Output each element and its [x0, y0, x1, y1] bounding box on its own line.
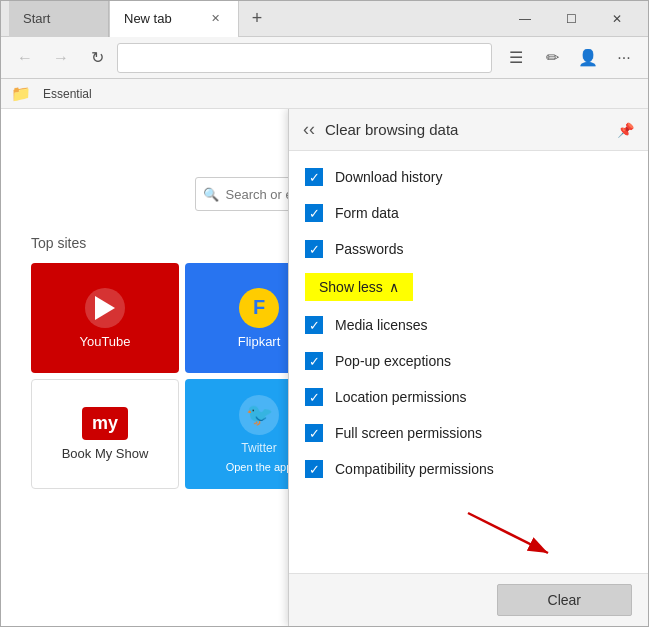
checkbox-popup-exceptions-box[interactable]: ✓ — [305, 352, 323, 370]
checkbox-form-data[interactable]: ✓ Form data — [289, 195, 648, 231]
hamburger-menu-icon[interactable]: ☰ — [500, 42, 532, 74]
checkbox-location-permissions-box[interactable]: ✓ — [305, 388, 323, 406]
back-button[interactable]: ← — [9, 42, 41, 74]
clear-browsing-data-panel: ‹‹ Clear browsing data 📌 ✓ Download hist… — [288, 109, 648, 626]
youtube-play-icon — [95, 296, 115, 320]
tab-start-label: Start — [23, 11, 50, 26]
panel-footer: Clear — [289, 573, 648, 626]
checkmark-icon: ✓ — [309, 171, 320, 184]
close-button[interactable]: ✕ — [594, 1, 640, 37]
panel-body: ✓ Download history ✓ Form data ✓ Passwor… — [289, 151, 648, 573]
folder-icon: 📁 — [11, 84, 31, 103]
checkbox-download-history-box[interactable]: ✓ — [305, 168, 323, 186]
flipkart-label: Flipkart — [238, 334, 281, 349]
youtube-label: YouTube — [79, 334, 130, 349]
browser-window: Start New tab ✕ + — ☐ ✕ ← → ↻ ☰ ✏ 👤 ··· … — [0, 0, 649, 627]
clear-button[interactable]: Clear — [497, 584, 632, 616]
favorites-bar: 📁 Essential — [1, 79, 648, 109]
panel-title: Clear browsing data — [325, 121, 617, 138]
panel-back-button[interactable]: ‹‹ — [303, 119, 315, 140]
checkbox-media-licenses-box[interactable]: ✓ — [305, 316, 323, 334]
checkbox-compatibility-permissions-label: Compatibility permissions — [335, 461, 494, 477]
favorites-folder-essential[interactable]: Essential — [37, 85, 98, 103]
checkbox-popup-exceptions[interactable]: ✓ Pop-up exceptions — [289, 343, 648, 379]
forward-button[interactable]: → — [45, 42, 77, 74]
title-bar: Start New tab ✕ + — ☐ ✕ — [1, 1, 648, 37]
more-options-icon[interactable]: ··· — [608, 42, 640, 74]
checkbox-popup-exceptions-label: Pop-up exceptions — [335, 353, 451, 369]
checkbox-fullscreen-permissions[interactable]: ✓ Full screen permissions — [289, 415, 648, 451]
twitter-bird-icon: 🐦 — [246, 402, 273, 428]
tab-active-label: New tab — [124, 11, 172, 26]
new-tab-button[interactable]: + — [239, 1, 275, 37]
checkmark-icon: ✓ — [309, 391, 320, 404]
checkbox-passwords-label: Passwords — [335, 241, 403, 257]
site-tile-youtube[interactable]: YouTube — [31, 263, 179, 373]
twitter-subtitle: Twitter — [241, 441, 276, 455]
annotation-icon[interactable]: ✏ — [536, 42, 568, 74]
checkbox-passwords-box[interactable]: ✓ — [305, 240, 323, 258]
checkmark-icon: ✓ — [309, 355, 320, 368]
checkbox-download-history[interactable]: ✓ Download history — [289, 159, 648, 195]
checkmark-icon: ✓ — [309, 207, 320, 220]
panel-pin-button[interactable]: 📌 — [617, 122, 634, 138]
checkbox-media-licenses[interactable]: ✓ Media licenses — [289, 307, 648, 343]
checkmark-icon: ✓ — [309, 463, 320, 476]
panel-header: ‹‹ Clear browsing data 📌 — [289, 109, 648, 151]
checkbox-location-permissions[interactable]: ✓ Location permissions — [289, 379, 648, 415]
checkbox-download-history-label: Download history — [335, 169, 442, 185]
checkbox-form-data-label: Form data — [335, 205, 399, 221]
nav-icons: ☰ ✏ 👤 ··· — [500, 42, 640, 74]
checkbox-media-licenses-label: Media licenses — [335, 317, 428, 333]
checkbox-passwords[interactable]: ✓ Passwords — [289, 231, 648, 267]
checkbox-location-permissions-label: Location permissions — [335, 389, 467, 405]
checkmark-icon: ✓ — [309, 319, 320, 332]
content-area: Whe 🔍 Top sites YouTube — [1, 109, 648, 626]
bookmyshow-label: Book My Show — [62, 446, 149, 461]
checkbox-compatibility-permissions-box[interactable]: ✓ — [305, 460, 323, 478]
flipkart-icon: F — [253, 296, 265, 319]
show-less-label: Show less — [319, 279, 383, 295]
tab-start[interactable]: Start — [9, 1, 109, 37]
show-less-chevron-icon: ∧ — [389, 279, 399, 295]
maximize-button[interactable]: ☐ — [548, 1, 594, 37]
twitter-label: Open the app — [226, 461, 293, 473]
bookmyshow-icon: my — [82, 407, 128, 440]
minimize-button[interactable]: — — [502, 1, 548, 37]
checkmark-icon: ✓ — [309, 427, 320, 440]
checkbox-form-data-box[interactable]: ✓ — [305, 204, 323, 222]
site-tile-bookmyshow[interactable]: my Book My Show — [31, 379, 179, 489]
checkbox-fullscreen-permissions-box[interactable]: ✓ — [305, 424, 323, 442]
nav-bar: ← → ↻ ☰ ✏ 👤 ··· — [1, 37, 648, 79]
refresh-button[interactable]: ↻ — [81, 42, 113, 74]
flipkart-icon-circle: F — [239, 288, 279, 328]
checkmark-icon: ✓ — [309, 243, 320, 256]
checkbox-compatibility-permissions[interactable]: ✓ Compatibility permissions — [289, 451, 648, 487]
show-less-button[interactable]: Show less ∧ — [305, 273, 413, 301]
twitter-icon-circle: 🐦 — [239, 395, 279, 435]
search-icon: 🔍 — [203, 187, 219, 202]
tab-new-tab[interactable]: New tab ✕ — [109, 1, 239, 37]
user-icon[interactable]: 👤 — [572, 42, 604, 74]
youtube-icon-circle — [85, 288, 125, 328]
tab-close-button[interactable]: ✕ — [207, 10, 224, 27]
window-controls: — ☐ ✕ — [502, 1, 640, 37]
checkbox-fullscreen-permissions-label: Full screen permissions — [335, 425, 482, 441]
address-bar[interactable] — [117, 43, 492, 73]
